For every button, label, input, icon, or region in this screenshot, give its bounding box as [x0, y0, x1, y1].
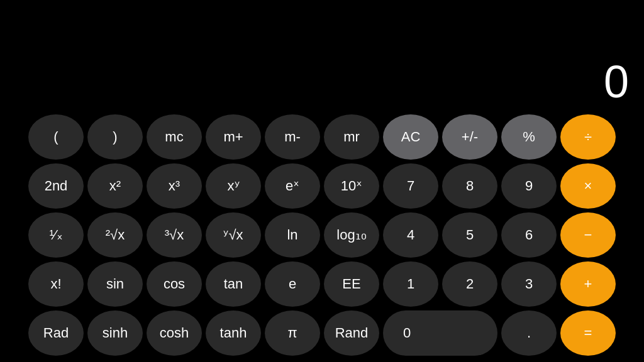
btn-one-over-x[interactable]: ¹⁄ₓ	[28, 212, 84, 258]
btn-e-power-x[interactable]: eˣ	[265, 163, 320, 209]
btn-second[interactable]: 2nd	[28, 163, 84, 209]
btn-eight[interactable]: 8	[442, 163, 497, 209]
btn-log10[interactable]: log₁₀	[324, 212, 379, 258]
btn-six[interactable]: 6	[501, 212, 557, 258]
btn-sin[interactable]: sin	[87, 261, 143, 307]
keypad-row-1: 2ndx²x³xʸeˣ10ˣ789×	[6, 163, 638, 209]
btn-ee[interactable]: EE	[324, 261, 379, 307]
btn-m-plus[interactable]: m+	[206, 114, 261, 160]
btn-four[interactable]: 4	[383, 212, 438, 258]
keypad: ()mcm+m-mrAC+/-%÷2ndx²x³xʸeˣ10ˣ789×¹⁄ₓ²√…	[0, 111, 644, 362]
btn-x-cubed[interactable]: x³	[147, 163, 202, 209]
btn-tanh[interactable]: tanh	[206, 310, 261, 356]
btn-ln[interactable]: ln	[265, 212, 320, 258]
btn-factorial[interactable]: x!	[28, 261, 84, 307]
btn-x-power-y[interactable]: xʸ	[206, 163, 261, 209]
btn-nine[interactable]: 9	[501, 163, 557, 209]
keypad-row-4: RadsinhcoshtanhπRand0.=	[6, 310, 638, 356]
btn-percent[interactable]: %	[501, 114, 557, 160]
btn-multiply[interactable]: ×	[560, 163, 616, 209]
btn-seven[interactable]: 7	[383, 163, 438, 209]
btn-cosh[interactable]: cosh	[147, 310, 202, 356]
btn-yth-root-x[interactable]: ʸ√x	[206, 212, 261, 258]
btn-ten-power-x[interactable]: 10ˣ	[324, 163, 379, 209]
btn-e[interactable]: e	[265, 261, 320, 307]
btn-cbrt-x[interactable]: ³√x	[147, 212, 202, 258]
btn-mc[interactable]: mc	[147, 114, 202, 160]
btn-rad[interactable]: Rad	[28, 310, 84, 356]
btn-plus-minus[interactable]: +/-	[442, 114, 497, 160]
btn-close-paren[interactable]: )	[87, 114, 143, 160]
btn-decimal[interactable]: .	[501, 310, 557, 356]
keypad-row-2: ¹⁄ₓ²√x³√xʸ√xlnlog₁₀456−	[6, 212, 638, 258]
keypad-row-0: ()mcm+m-mrAC+/-%÷	[6, 114, 638, 160]
btn-two[interactable]: 2	[442, 261, 497, 307]
btn-open-paren[interactable]: (	[28, 114, 84, 160]
btn-three[interactable]: 3	[501, 261, 557, 307]
btn-x-squared[interactable]: x²	[87, 163, 143, 209]
btn-ac[interactable]: AC	[383, 114, 438, 160]
btn-five[interactable]: 5	[442, 212, 497, 258]
btn-zero[interactable]: 0	[383, 310, 497, 356]
btn-sqrt-x[interactable]: ²√x	[87, 212, 143, 258]
btn-tan[interactable]: tan	[206, 261, 261, 307]
btn-equals[interactable]: =	[560, 310, 616, 356]
btn-one[interactable]: 1	[383, 261, 438, 307]
btn-m-minus[interactable]: m-	[265, 114, 320, 160]
btn-subtract[interactable]: −	[560, 212, 616, 258]
calculator-display: 0	[0, 0, 644, 111]
btn-add[interactable]: +	[560, 261, 616, 307]
btn-pi[interactable]: π	[265, 310, 320, 356]
btn-sinh[interactable]: sinh	[87, 310, 143, 356]
btn-divide[interactable]: ÷	[560, 114, 616, 160]
display-value: 0	[604, 59, 629, 104]
btn-rand[interactable]: Rand	[324, 310, 379, 356]
keypad-row-3: x!sincostaneEE123+	[6, 261, 638, 307]
btn-cos[interactable]: cos	[147, 261, 202, 307]
btn-mr[interactable]: mr	[324, 114, 379, 160]
